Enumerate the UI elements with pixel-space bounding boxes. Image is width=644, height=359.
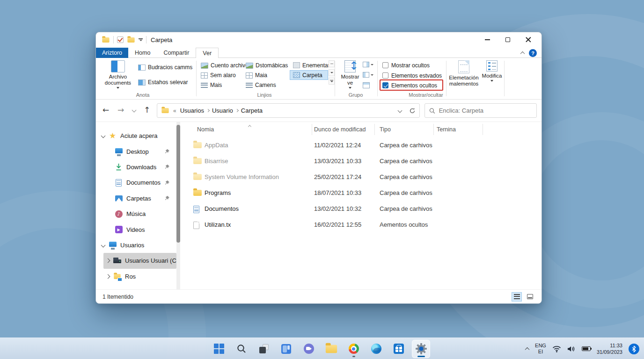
sidebar-item-downloads[interactable]: Downloads xyxy=(96,159,176,175)
volume-icon[interactable] xyxy=(567,345,576,352)
address-dropdown-icon[interactable] xyxy=(398,108,402,113)
task-view-button[interactable] xyxy=(255,340,273,358)
refresh-icon[interactable] xyxy=(409,108,416,114)
checkbox-elementos-ocultos[interactable]: Elementos ocultos xyxy=(382,81,437,90)
chevron-down-icon[interactable] xyxy=(101,134,106,138)
sidebar-item-documentos[interactable]: Documentos xyxy=(96,175,176,190)
file-row[interactable]: Bisarrise 13/03/2021 10:33 Carpea de car… xyxy=(188,154,540,170)
cuento-archivos-button[interactable]: Cuento archivos xyxy=(201,61,251,70)
gallery-down-button[interactable] xyxy=(329,69,335,76)
minimize-button[interactable] xyxy=(477,32,498,47)
sidebar-item-usuarios[interactable]: Usuarios xyxy=(96,237,176,253)
maia-button[interactable]: Maia xyxy=(246,71,267,80)
sidebar-item-usuarios-usuari-selected[interactable]: Usuarios Usuari (Cr xyxy=(103,253,176,268)
chat-button[interactable] xyxy=(300,340,318,358)
mostrar-ve-button[interactable]: ↕ Mostrar ve xyxy=(338,60,362,89)
clock[interactable]: 11:33 31/09/2023 xyxy=(597,342,622,356)
taskbar-search-button[interactable] xyxy=(232,340,250,358)
close-button[interactable] xyxy=(518,32,539,47)
sidebar-item-quick-access[interactable]: ★ Aciute acpera xyxy=(96,128,176,144)
gallery-more-button[interactable] xyxy=(329,78,335,85)
add-column-button[interactable] xyxy=(363,62,373,67)
tab-share[interactable]: Compartir xyxy=(157,48,196,58)
gallery-item-carpeta-selected[interactable]: Carpeta xyxy=(290,70,328,80)
notification-bluetooth-icon[interactable] xyxy=(629,344,639,354)
start-button[interactable] xyxy=(210,340,228,358)
column-divider[interactable] xyxy=(433,124,434,135)
pin-icon[interactable] xyxy=(164,149,170,154)
store-button[interactable] xyxy=(389,340,408,358)
file-explorer-button[interactable] xyxy=(322,340,340,358)
address-bar[interactable]: « Usuarios Usuario Carpeta xyxy=(157,103,420,118)
breadcrumb-segment[interactable]: Usuario xyxy=(212,107,233,114)
file-row[interactable]: Utilizan.tx 16/02/2021 12:55 Aementos oc… xyxy=(188,217,540,233)
pin-icon[interactable] xyxy=(164,195,170,201)
sidebar-item-musica[interactable]: ♪ Música xyxy=(96,206,176,222)
breadcrumb-segment[interactable]: Usuarios xyxy=(180,107,204,114)
column-header-size[interactable]: Ternina xyxy=(437,126,456,133)
budracios-camms-button[interactable]: Budracios camms xyxy=(138,63,192,72)
pin-icon[interactable] xyxy=(164,180,170,186)
dstomabicas-button[interactable]: Dstomábicas xyxy=(246,61,288,70)
sem-alaro-button[interactable]: Sem alaro xyxy=(201,71,236,80)
chrome-button[interactable] xyxy=(344,340,363,358)
sidebar-item-ros[interactable]: Ros xyxy=(96,269,176,284)
archivo-documents-button[interactable]: Archivo documents xyxy=(102,60,133,89)
column-header-date-modified[interactable]: Dunco de modificad xyxy=(314,126,366,133)
modifica-button[interactable]: Modifica xyxy=(481,60,503,82)
customize-toolbar-dropdown-icon[interactable] xyxy=(139,38,143,41)
wifi-icon[interactable] xyxy=(552,345,561,352)
chevron-right-icon[interactable] xyxy=(106,274,110,279)
column-header-type[interactable]: Tipo xyxy=(380,126,391,133)
checkbox-mostrar-ocultos[interactable]: Mostrar ocultos xyxy=(382,61,430,70)
sidebar-item-carpetas[interactable]: Carpetas xyxy=(96,191,176,206)
file-row[interactable]: Programs 18/07/2021 10:33 Carpea de carh… xyxy=(188,186,540,201)
pin-icon[interactable] xyxy=(164,164,170,170)
checkbox-elementos-estvados[interactable]: Elementos estvados xyxy=(382,71,442,80)
search-input[interactable] xyxy=(439,107,532,114)
column-divider[interactable] xyxy=(374,124,375,135)
gallery-item-enementas[interactable]: Enementas xyxy=(290,60,328,70)
back-button[interactable]: ← xyxy=(102,105,109,115)
up-button[interactable]: ↑ xyxy=(144,105,150,115)
properties-checkbox-icon[interactable] xyxy=(117,36,124,43)
sidebar-scrollbar-thumb[interactable] xyxy=(176,125,180,243)
widgets-button[interactable] xyxy=(277,340,295,358)
camens-button[interactable]: Camens xyxy=(246,80,276,90)
file-row[interactable]: AppData 11/02/2021 12:24 Carpea de carhi… xyxy=(188,138,540,154)
gallery-up-button[interactable] xyxy=(329,60,335,67)
estahos-selevar-button[interactable]: Estahos selevar xyxy=(138,78,188,87)
sort-by-button[interactable] xyxy=(363,82,370,88)
edge-button[interactable] xyxy=(367,340,385,358)
size-column-button[interactable] xyxy=(363,72,373,78)
tab-home[interactable]: Homo xyxy=(128,48,157,58)
sidebar-item-videos[interactable]: ▶ Videos xyxy=(96,222,176,237)
large-icons-view-button[interactable] xyxy=(525,292,535,302)
settings-button[interactable] xyxy=(412,340,430,358)
file-row[interactable]: Documentos 13/02/2021 10:32 Carpea de ca… xyxy=(188,201,540,217)
folder-icon[interactable] xyxy=(102,37,109,42)
language-indicator[interactable]: ENG EI xyxy=(535,343,546,354)
file-row[interactable]: System Volume Information 25/02/2021 17:… xyxy=(188,170,540,186)
recent-locations-icon[interactable] xyxy=(132,108,137,113)
elemetacion-malementos-button[interactable]: Elemetación malementos xyxy=(449,60,479,87)
maximize-button[interactable] xyxy=(498,32,518,47)
new-folder-icon[interactable] xyxy=(127,37,134,42)
tab-file-menu[interactable]: Ariztoro xyxy=(96,48,128,58)
column-divider[interactable] xyxy=(483,124,483,135)
chevron-right-icon[interactable] xyxy=(106,258,110,263)
chevron-down-icon[interactable] xyxy=(101,243,106,247)
tray-overflow-chevron-icon[interactable] xyxy=(525,347,530,352)
column-divider[interactable] xyxy=(312,124,312,135)
mais-button[interactable]: Mais xyxy=(201,80,222,90)
breadcrumb-root-marker: « xyxy=(172,108,177,114)
breadcrumb-segment[interactable]: Carpeta xyxy=(241,107,263,114)
help-button[interactable]: ? xyxy=(529,49,537,57)
sidebar-item-desktop[interactable]: Desktop xyxy=(96,144,176,159)
collapse-ribbon-icon[interactable] xyxy=(520,51,525,56)
tab-view[interactable]: Ver xyxy=(196,48,219,58)
details-view-button[interactable] xyxy=(512,292,522,302)
forward-button[interactable]: → xyxy=(117,105,124,115)
battery-icon[interactable] xyxy=(582,346,591,351)
column-header-name[interactable]: Nomia xyxy=(197,126,214,133)
